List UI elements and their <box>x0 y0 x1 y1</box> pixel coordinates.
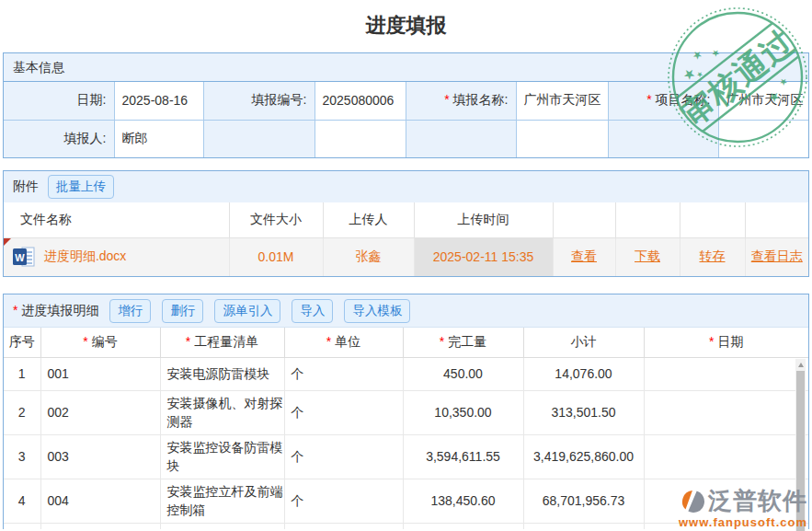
unit-cell[interactable]: 个 <box>284 390 403 434</box>
subtotal-cell: 313,501.50 <box>523 390 644 434</box>
detail-title: 进度填报明细 <box>21 303 98 317</box>
file-name-cell[interactable]: W 进度明细.docx <box>4 237 229 276</box>
date-cell[interactable] <box>644 434 808 479</box>
subtotal-cell: 14,076.00 <box>523 357 644 390</box>
col-code: *编号 <box>40 328 160 357</box>
code-cell[interactable]: 004 <box>40 479 160 523</box>
col-action-1 <box>553 202 615 237</box>
file-size: 0.01M <box>229 237 323 276</box>
col-item: *工程量清单 <box>160 328 284 357</box>
batch-upload-button[interactable]: 批量上传 <box>48 175 114 199</box>
file-upload-time: 2025-02-11 15:35 <box>414 237 553 276</box>
qty-cell[interactable]: 3,594,611.55 <box>403 434 523 479</box>
vendor-watermark: 泛普软件 www.fanpusoft.com <box>679 485 807 529</box>
subtotal-cell <box>523 523 644 529</box>
detail-row-2: 2 002 安装摄像机、对射探测器 个 10,350.00 313,501.50 <box>4 390 808 434</box>
file-uploader: 张鑫 <box>323 237 414 276</box>
col-date: *日期 <box>644 328 808 357</box>
col-unit: *单位 <box>284 328 403 357</box>
scroll-up-arrow[interactable] <box>795 359 806 371</box>
subtotal-cell: 3,419,625,860.00 <box>523 434 644 479</box>
approval-stamp: 审核通过 ★ ★ ★ ★ ★ ★ <box>664 4 811 151</box>
stamp-star: ★ <box>765 87 783 106</box>
qty-cell[interactable]: 138,450.60 <box>403 479 523 523</box>
detail-row-1: 1 001 安装电源防雷模块 个 450.00 14,076.00 <box>4 357 808 390</box>
qty-cell[interactable]: 10,350.00 <box>403 390 523 434</box>
detail-header: *进度填报明细 增行 删行 源单引入 导入 导入模板 <box>4 294 808 328</box>
attachments-table: 文件名称 文件大小 上传人 上传时间 W 进度明细. <box>4 202 808 276</box>
download-link[interactable]: 下载 <box>635 248 660 263</box>
attachments-header: 附件 批量上传 <box>4 171 808 202</box>
up-triangle-icon <box>798 363 804 367</box>
field-value-date[interactable]: 2025-08-16 <box>114 82 203 120</box>
add-row-button[interactable]: 增行 <box>109 299 151 323</box>
transfer-link[interactable]: 转存 <box>700 248 726 263</box>
col-file-size: 文件大小 <box>229 202 323 237</box>
field-label-report-name: *填报名称: <box>406 82 516 120</box>
stamp-star: ★ <box>777 75 790 88</box>
corner-flag <box>4 238 11 246</box>
field-value-report-name[interactable]: 广州市天河区 <box>516 82 608 120</box>
stamp-star: ★ <box>709 46 722 59</box>
field-label-reporter: 填报人: <box>4 120 114 157</box>
attachments-panel: 附件 批量上传 文件名称 文件大小 上传人 上传时间 <box>3 170 809 277</box>
seq-cell: 1 <box>4 357 40 390</box>
seq-cell: 3 <box>4 434 40 479</box>
delete-row-button[interactable]: 删行 <box>162 299 203 323</box>
unit-cell[interactable]: 个 <box>284 479 403 523</box>
field-value-reporter[interactable]: 断郎 <box>114 120 203 157</box>
stamp-star: ★ <box>690 47 705 63</box>
import-button[interactable]: 导入 <box>292 299 333 323</box>
item-cell[interactable]: 安装摄像机、对射探测器 <box>160 390 284 434</box>
col-subtotal: 小计 <box>523 328 644 357</box>
date-cell[interactable] <box>644 357 808 390</box>
qty-cell[interactable] <box>403 523 523 529</box>
word-file-icon: W <box>13 247 35 267</box>
field-value-report-no[interactable]: 2025080006 <box>315 82 406 120</box>
field-label-report-no: 填报编号: <box>203 82 315 120</box>
col-action-2 <box>615 202 680 237</box>
attachment-row: W 进度明细.docx 0.01M 张鑫 2025-02-11 15:35 查看… <box>4 237 808 276</box>
view-log-link[interactable]: 查看日志 <box>751 248 803 263</box>
action-download-cell: 下载 <box>615 237 680 276</box>
empty-value-cell <box>315 120 406 157</box>
vendor-logo-icon <box>681 490 705 514</box>
empty-label-cell <box>203 120 315 157</box>
item-cell[interactable]: 安装监控设备防雷模块 <box>160 434 284 479</box>
action-transfer-cell: 转存 <box>680 237 745 276</box>
unit-cell[interactable]: 个 <box>284 357 403 390</box>
empty-value-cell <box>516 120 608 157</box>
item-cell[interactable]: 安装电源防雷模块 <box>160 357 284 390</box>
action-viewlog-cell: 查看日志 <box>745 237 808 276</box>
col-file-name: 文件名称 <box>4 202 229 237</box>
unit-cell[interactable] <box>284 523 403 529</box>
code-cell[interactable] <box>40 523 160 529</box>
subtotal-cell: 68,701,956.73 <box>523 479 644 523</box>
date-cell[interactable] <box>644 390 808 434</box>
col-qty: *完工量 <box>403 328 523 357</box>
detail-row-3: 3 003 安装监控设备防雷模块 个 3,594,611.55 3,419,62… <box>4 434 808 479</box>
seq-cell: 4 <box>4 479 40 523</box>
code-cell[interactable]: 002 <box>40 390 160 434</box>
unit-cell[interactable]: 个 <box>284 434 403 479</box>
import-template-button[interactable]: 导入模板 <box>344 299 410 323</box>
col-upload-time: 上传时间 <box>414 202 553 237</box>
empty-label-cell <box>406 120 516 157</box>
vendor-url: www.fanpusoft.com <box>679 515 807 529</box>
code-cell[interactable]: 003 <box>40 434 160 479</box>
file-name[interactable]: 进度明细.docx <box>44 248 126 263</box>
col-uploader: 上传人 <box>323 202 414 237</box>
action-view-cell: 查看 <box>553 237 615 276</box>
vendor-name: 泛普软件 <box>708 485 807 517</box>
col-action-4 <box>745 202 808 237</box>
seq-cell: 2 <box>4 390 40 434</box>
col-seq: 序号 <box>4 328 40 357</box>
view-link[interactable]: 查看 <box>571 248 597 263</box>
source-import-button[interactable]: 源单引入 <box>214 299 280 323</box>
qty-cell[interactable]: 450.00 <box>403 357 523 390</box>
code-cell[interactable]: 001 <box>40 357 160 390</box>
col-action-3 <box>680 202 745 237</box>
item-cell[interactable] <box>160 523 284 529</box>
attachments-title: 附件 <box>13 179 39 195</box>
item-cell[interactable]: 安装监控立杆及前端控制箱 <box>160 479 284 523</box>
